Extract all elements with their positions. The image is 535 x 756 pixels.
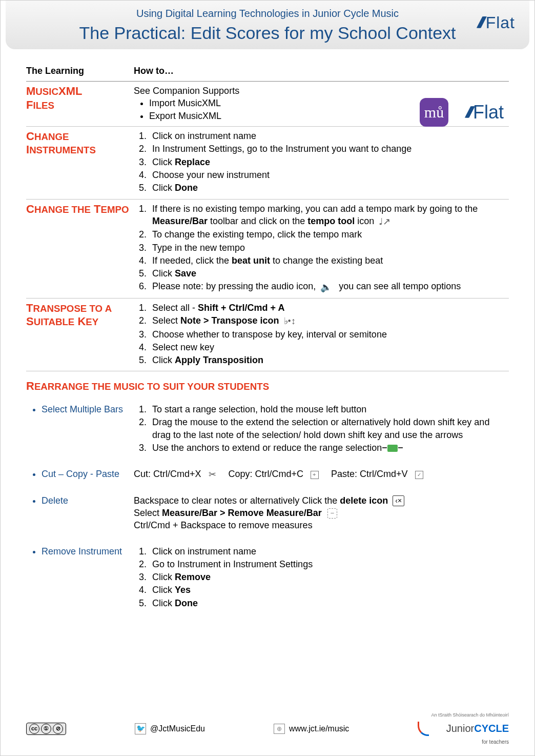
list-item: Go to Instrument in Instrument Settings <box>149 558 505 570</box>
section-change-tempo: CHANGE THE TEMPO If there is no existing… <box>26 199 509 298</box>
cc-by-icon: ① <box>41 724 51 734</box>
section-title-change-tempo: CHANGE THE TEMPO <box>26 203 130 216</box>
remove-instrument-steps: Click on instrument name Go to Instrumen… <box>134 545 505 609</box>
content: The Learning How to… MUSICXMLFILES See C… <box>1 49 534 614</box>
sub-label-select-multiple: Select Multiple Bars <box>42 403 130 415</box>
section-title-musicxml: MUSICXMLFILES <box>26 85 130 112</box>
row-remove-instrument: Remove Instrument Click on instrument na… <box>26 536 509 614</box>
footer: cc ① ⊘ 🐦 @JctMusicEdu ⊕ www.jct.ie/music… <box>26 712 509 745</box>
section-title-rearrange: REARRANGE THE MUSIC TO SUIT YOUR STUDENT… <box>26 374 505 396</box>
page-title: The Practical: Edit Scores for my School… <box>21 22 514 45</box>
change-instruments-steps: Click on instrument name In Instrument S… <box>134 130 505 194</box>
transpose-steps: Select all - Shift + Ctrl/Cmd + A Select… <box>134 302 505 367</box>
list-item: Select Note > Transpose icon ♭•↕ <box>149 314 505 327</box>
list-item: Choose your new instrument <box>149 169 505 181</box>
sub-label-delete: Delete <box>42 494 130 507</box>
junior-cycle-logo: An tSraith Shóisearach do Mhúinteoirí Ju… <box>418 712 509 745</box>
jc-sub-text: for teachers <box>482 739 509 746</box>
list-item: Click Apply Transposition <box>149 354 505 366</box>
flat-logo-small: //// Flat <box>469 100 504 125</box>
cc-license-badge: cc ① ⊘ <box>26 723 66 735</box>
flat-brand-text: Flat <box>486 12 515 34</box>
jc-swirl-icon <box>418 722 429 736</box>
jc-main-a: Junior <box>446 723 474 734</box>
row-delete: Delete Backspace to clear notes or alter… <box>26 485 509 536</box>
list-item: Click Done <box>149 597 505 609</box>
list-item: Click on instrument name <box>149 545 505 558</box>
sub-label-remove-instrument: Remove Instrument <box>42 545 130 558</box>
cc-nc-icon: ⊘ <box>53 724 63 734</box>
list-item: Click Replace <box>149 156 505 168</box>
list-item: Click Remove <box>149 571 505 583</box>
row-select-multiple: Select Multiple Bars To start a range se… <box>26 400 509 459</box>
section-title-transpose: TRANSPOSE TO ASUITABLE KEY <box>26 302 130 329</box>
cc-icon: cc <box>29 724 39 734</box>
list-item: If there is no existing tempo marking, y… <box>149 203 505 228</box>
cut-copy-paste-line: Cut: Ctrl/Cmd+X ✂ Copy: Ctrl/Cmd+C Paste… <box>134 468 505 481</box>
footer-twitter: 🐦 @JctMusicEdu <box>135 723 205 734</box>
header-supertitle: Using Digital Learning Technologies in J… <box>21 7 514 21</box>
musicxml-intro: See Companion Supports <box>134 85 505 97</box>
header: Using Digital Learning Technologies in J… <box>6 1 529 49</box>
footer-url: ⊕ www.jct.ie/music <box>274 723 349 734</box>
twitter-icon: 🐦 <box>135 723 146 734</box>
flat-glyph-icon: //// <box>465 102 472 123</box>
musescore-icon: mů <box>420 98 448 127</box>
list-item: Type in the new tempo <box>149 242 505 254</box>
list-item: Select new key <box>149 341 505 353</box>
section-change-instruments: CHANGEINSTRUMENTS Click on instrument na… <box>26 127 509 199</box>
col-header-learning: The Learning <box>26 62 134 82</box>
table-header-row: The Learning How to… <box>26 62 509 82</box>
jc-main-b: CYCLE <box>474 723 509 734</box>
delete-line-1: Backspace to clear notes or alternativel… <box>134 494 505 507</box>
col-header-howto: How to… <box>134 62 509 82</box>
row-cut-copy-paste: Cut – Copy - Paste Cut: Ctrl/Cmd+X ✂ Cop… <box>26 459 509 485</box>
section-title-change-instruments: CHANGEINSTRUMENTS <box>26 130 130 157</box>
howto-logos: mů //// Flat <box>420 98 504 127</box>
page: Using Digital Learning Technologies in J… <box>0 0 535 756</box>
delete-line-3: Ctrl/Cmd + Backspace to remove measures <box>134 519 505 531</box>
footer-url-text: www.jct.ie/music <box>289 723 349 734</box>
select-multiple-steps: To start a range selection, hold the mou… <box>134 403 505 454</box>
list-item: Choose whether to transpose by key, inte… <box>149 328 505 341</box>
jc-top-text: An tSraith Shóisearach do Mhúinteoirí <box>431 712 509 718</box>
list-item: Use the anchors to extend or reduce the … <box>149 442 505 454</box>
change-tempo-steps: If there is no existing tempo marking, y… <box>134 203 505 293</box>
list-item: Please note: by pressing the audio icon,… <box>149 280 505 293</box>
list-item: If needed, click the beat unit to change… <box>149 254 505 267</box>
flat-brand-text-small: Flat <box>473 100 504 125</box>
list-item: Select all - Shift + Ctrl/Cmd + A <box>149 302 505 314</box>
twitter-handle: @JctMusicEdu <box>150 723 205 734</box>
list-item: To start a range selection, hold the mou… <box>149 403 505 415</box>
section-rearrange-header: REARRANGE THE MUSIC TO SUIT YOUR STUDENT… <box>26 371 509 400</box>
sub-label-cut-copy-paste: Cut – Copy - Paste <box>42 468 130 480</box>
list-item: Click Save <box>149 267 505 280</box>
list-item: To change the existing tempo, click the … <box>149 228 505 241</box>
section-transpose: TRANSPOSE TO ASUITABLE KEY Select all - … <box>26 298 509 371</box>
delete-line-2: Select Measure/Bar > Remove Measure/Bar <box>134 507 505 519</box>
jc-main-text: JuniorCYCLE <box>446 722 509 735</box>
list-item: Click Yes <box>149 584 505 596</box>
list-item: Drag the mouse to the extend the selecti… <box>149 416 505 441</box>
list-item: In Instrument Settings, go to the Instru… <box>149 143 505 155</box>
list-item: Click on instrument name <box>149 130 505 142</box>
main-table: The Learning How to… MUSICXMLFILES See C… <box>26 62 509 614</box>
globe-icon: ⊕ <box>274 724 285 734</box>
list-item: Click Done <box>149 182 505 194</box>
flat-logo-header: //// Flat <box>481 12 515 34</box>
